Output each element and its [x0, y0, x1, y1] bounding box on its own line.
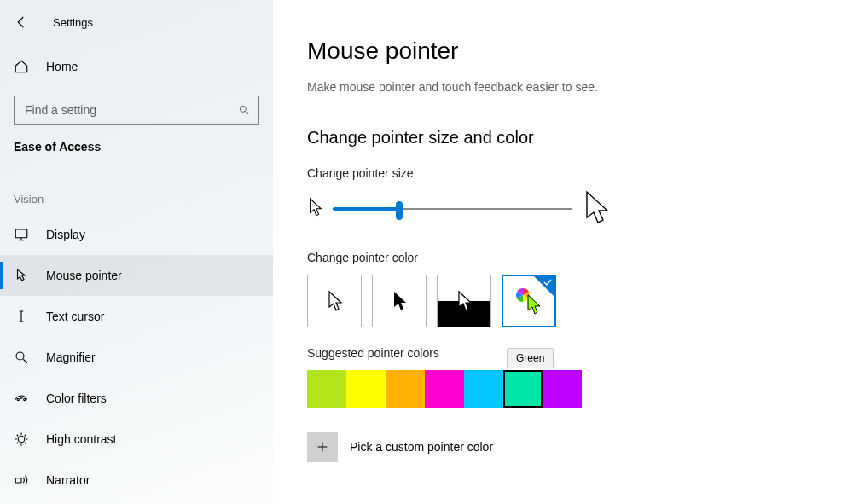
pointer-size-label: Change pointer size	[307, 166, 825, 180]
pick-custom-color-label: Pick a custom pointer color	[350, 440, 493, 454]
category-label: Ease of Access	[0, 140, 273, 162]
back-button[interactable]: Settings	[14, 9, 259, 36]
mouse-pointer-icon	[14, 268, 29, 283]
pointer-color-white[interactable]	[307, 275, 362, 327]
home-label: Home	[46, 60, 78, 73]
large-cursor-icon	[582, 190, 611, 227]
sidebar-item-color-filters[interactable]: Color filters	[0, 378, 273, 419]
high-contrast-icon	[14, 432, 29, 447]
group-label: Vision	[0, 162, 273, 214]
cursor-black-icon	[391, 290, 408, 312]
main-content: Mouse pointer Make mouse pointer and tou…	[273, 0, 859, 504]
pointer-color-options	[307, 275, 825, 327]
page-title: Mouse pointer	[307, 38, 825, 65]
sidebar-item-high-contrast[interactable]: High contrast	[0, 419, 273, 460]
slider-fill	[333, 207, 399, 211]
nav-label: Color filters	[46, 391, 107, 405]
cursor-inverted-icon	[456, 290, 473, 312]
nav-label: Magnifier	[46, 350, 96, 364]
search-input-field[interactable]	[23, 102, 216, 118]
display-icon	[14, 227, 29, 242]
suggested-color-swatches	[307, 370, 825, 408]
nav-label: Text cursor	[46, 310, 104, 323]
sidebar-item-home[interactable]: Home	[14, 49, 259, 84]
nav-label: Mouse pointer	[46, 269, 122, 282]
nav-label: High contrast	[46, 432, 116, 446]
search-input[interactable]	[14, 96, 259, 125]
pointer-color-inverted[interactable]	[437, 275, 491, 327]
color-swatch-orange[interactable]	[386, 370, 425, 408]
color-swatch-pink[interactable]	[425, 370, 464, 408]
nav-label: Narrator	[46, 473, 90, 487]
color-swatch-lime[interactable]	[307, 370, 346, 408]
pointer-color-custom[interactable]	[502, 275, 556, 327]
svg-rect-7	[15, 478, 21, 483]
pick-custom-color-button[interactable]	[307, 432, 338, 462]
plus-icon	[316, 440, 329, 454]
svg-point-6	[18, 436, 25, 443]
color-swatch-green[interactable]	[503, 370, 543, 408]
sidebar-item-text-cursor[interactable]: Text cursor	[0, 296, 273, 337]
magnifier-icon	[14, 350, 29, 365]
color-filters-icon	[14, 391, 29, 406]
svg-point-4	[20, 397, 22, 398]
back-arrow-icon	[14, 14, 29, 30]
page-subtitle: Make mouse pointer and touch feedback ea…	[307, 80, 825, 94]
svg-point-5	[24, 398, 26, 400]
slider-thumb[interactable]	[396, 201, 403, 220]
small-cursor-icon	[307, 197, 322, 220]
color-swatch-yellow[interactable]	[346, 370, 386, 408]
narrator-icon	[14, 472, 29, 488]
sidebar-item-magnifier[interactable]: Magnifier	[0, 337, 273, 378]
pointer-size-slider[interactable]	[333, 200, 572, 217]
pointer-color-label: Change pointer color	[307, 251, 825, 264]
sidebar-item-narrator[interactable]: Narrator	[0, 460, 273, 501]
check-icon	[543, 277, 553, 287]
home-icon	[14, 59, 29, 74]
sidebar: Settings Home Ease of Access Vision Disp…	[0, 0, 273, 504]
suggested-colors-label: Suggested pointer colors	[307, 346, 825, 360]
color-tooltip: Green	[507, 348, 554, 368]
svg-rect-1	[15, 229, 27, 238]
search-icon	[238, 104, 250, 116]
app-title: Settings	[53, 16, 93, 29]
color-swatch-purple[interactable]	[543, 370, 582, 408]
color-swatch-cyan[interactable]	[464, 370, 503, 408]
cursor-white-icon	[326, 290, 343, 312]
text-cursor-icon	[14, 309, 29, 324]
nav-list: Display Mouse pointer Text cursor Magnif…	[0, 214, 273, 501]
svg-point-3	[17, 398, 19, 400]
sidebar-item-mouse-pointer[interactable]: Mouse pointer	[0, 255, 273, 296]
sidebar-item-display[interactable]: Display	[0, 214, 273, 255]
nav-label: Display	[46, 228, 85, 241]
pointer-color-black[interactable]	[372, 275, 427, 327]
section-title: Change pointer size and color	[307, 128, 825, 148]
svg-point-0	[240, 106, 246, 112]
